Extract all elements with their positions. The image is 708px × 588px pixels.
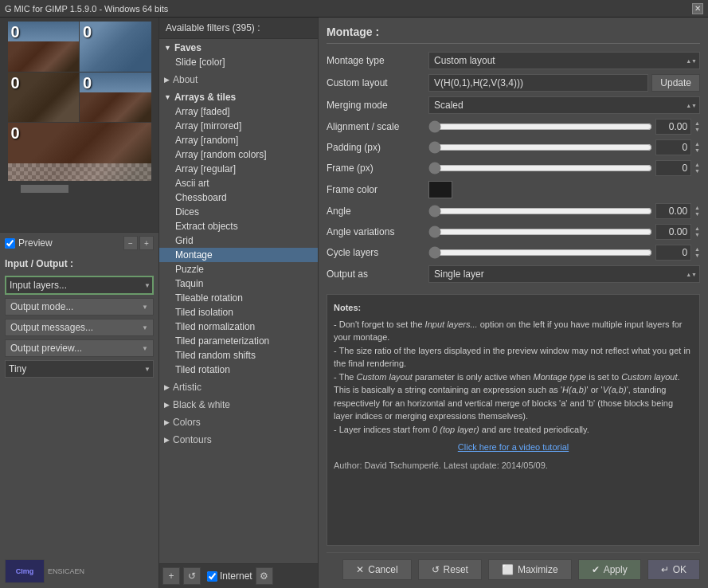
preview-cell-1: 0 xyxy=(8,22,80,72)
reset-label: Reset xyxy=(444,564,468,575)
angle-variations-value[interactable] xyxy=(655,224,691,240)
add-filter-btn[interactable]: + xyxy=(162,567,180,585)
filter-item-array-random[interactable]: Array [random] xyxy=(159,133,318,147)
reset-button[interactable]: ↺ Reset xyxy=(418,559,482,580)
preview-checkbox[interactable] xyxy=(5,238,15,249)
filter-item-array-faded[interactable]: Array [faded] xyxy=(159,104,318,119)
preview-plus-btn[interactable]: + xyxy=(139,236,154,250)
refresh-filter-btn[interactable]: ↺ xyxy=(183,567,201,585)
ok-button[interactable]: ↵ OK xyxy=(647,559,700,580)
filter-item-puzzle[interactable]: Puzzle xyxy=(159,262,318,276)
filter-item-tiled-random-shifts[interactable]: Tiled random shifts xyxy=(159,348,318,363)
angle-variations-down-arrow[interactable]: ▼ xyxy=(694,232,700,238)
output-preview-btn[interactable]: Output preview... xyxy=(5,339,154,357)
filter-item-montage[interactable]: Montage xyxy=(159,248,318,262)
preview-cell-num-1: 0 xyxy=(11,23,20,41)
contours-arrow: ▶ xyxy=(164,436,170,444)
angle-down-arrow[interactable]: ▼ xyxy=(694,211,700,218)
angle-slider[interactable] xyxy=(428,206,652,217)
settings-btn[interactable]: ⚙ xyxy=(256,567,273,585)
padding-value[interactable] xyxy=(655,139,691,155)
close-button[interactable]: ✕ xyxy=(692,3,703,14)
filter-group-arrays-header[interactable]: ▼ Arrays & tiles xyxy=(159,90,318,104)
filter-item-dices[interactable]: Dices xyxy=(159,205,318,219)
notes-text: - Don't forget to set the Input layers..… xyxy=(334,318,693,472)
frame-up-arrow[interactable]: ▲ xyxy=(694,162,700,168)
maximize-button[interactable]: ⬜ Maximize xyxy=(488,559,572,580)
input-layers-select[interactable]: Input layers... Active layer All layers xyxy=(5,276,154,295)
output-as-select[interactable]: Single layer Multiple layers xyxy=(428,265,700,283)
angle-value[interactable] xyxy=(655,203,691,219)
filter-item-array-mirrored[interactable]: Array [mirrored] xyxy=(159,119,318,133)
frame-slider[interactable] xyxy=(428,163,652,174)
internet-checkbox[interactable] xyxy=(207,571,217,582)
filter-item-array-regular[interactable]: Array [regular] xyxy=(159,162,318,176)
padding-down-arrow[interactable]: ▼ xyxy=(694,147,700,154)
filter-group-about-header[interactable]: ▶ About xyxy=(159,73,318,87)
alignment-scale-down-arrow[interactable]: ▼ xyxy=(694,127,700,133)
filter-item-ascii-art[interactable]: Ascii art xyxy=(159,176,318,190)
output-messages-btn[interactable]: Output messages... xyxy=(5,319,154,336)
cycle-layers-row: Cycle layers ▲ ▼ xyxy=(327,245,700,261)
filter-group-faves-header[interactable]: ▼ Faves xyxy=(159,41,318,55)
size-select[interactable]: Tiny Small Normal Large xyxy=(5,360,154,378)
filter-group-colors-header[interactable]: ▶ Colors xyxy=(159,415,318,429)
alignment-scale-value[interactable] xyxy=(655,119,691,135)
filter-item-tiled-isolation[interactable]: Tiled isolation xyxy=(159,305,318,319)
custom-layout-input[interactable] xyxy=(428,74,648,92)
angle-variations-up-arrow[interactable]: ▲ xyxy=(694,225,700,232)
filter-item-tiled-parameterization[interactable]: Tiled parameterization xyxy=(159,334,318,348)
output-mode-btn[interactable]: Output mode... xyxy=(5,298,154,316)
frame-down-arrow[interactable]: ▼ xyxy=(694,168,700,174)
cycle-layers-slider[interactable] xyxy=(428,247,652,258)
padding-up-arrow[interactable]: ▲ xyxy=(694,141,700,147)
frame-value[interactable] xyxy=(655,160,691,176)
filter-item-array-random-colors[interactable]: Array [random colors] xyxy=(159,147,318,162)
angle-label: Angle xyxy=(327,206,422,217)
padding-arrows: ▲ ▼ xyxy=(694,141,700,154)
cancel-button[interactable]: ✕ Cancel xyxy=(342,559,411,580)
montage-title: Montage : xyxy=(327,25,700,44)
custom-layout-input-group: Update xyxy=(428,74,700,92)
montage-type-select[interactable]: Custom layout Grid Horizontal strip Vert… xyxy=(428,52,700,69)
preview-minus-btn[interactable]: − xyxy=(123,236,138,250)
filter-item-extract-objects[interactable]: Extract objects xyxy=(159,219,318,233)
video-tutorial-link[interactable]: Click here for a video tutorial xyxy=(334,441,693,454)
bw-arrow: ▶ xyxy=(164,401,170,409)
angle-variations-slider[interactable] xyxy=(428,226,652,237)
preview-icon-group: − + xyxy=(123,236,154,250)
maximize-icon: ⬜ xyxy=(502,564,514,575)
filter-item-slide-color[interactable]: Slide [color] xyxy=(159,55,318,69)
filter-item-taquin[interactable]: Taquin xyxy=(159,276,318,291)
filter-item-tileable-rotation[interactable]: Tileable rotation xyxy=(159,291,318,305)
apply-button[interactable]: ✔ Apply xyxy=(578,559,641,580)
cancel-icon: ✕ xyxy=(356,564,364,575)
filter-group-contours-header[interactable]: ▶ Contours xyxy=(159,433,318,447)
montage-type-label: Montage type xyxy=(327,55,422,66)
angle-up-arrow[interactable]: ▲ xyxy=(694,205,700,211)
left-panel: 0 0 0 0 xyxy=(0,18,159,588)
preview-check-row: Preview − + xyxy=(0,233,158,253)
update-button[interactable]: Update xyxy=(651,74,700,92)
maximize-label: Maximize xyxy=(518,564,558,575)
preview-scrollbar[interactable] xyxy=(5,185,154,193)
cycle-layers-down-arrow[interactable]: ▼ xyxy=(694,253,700,259)
padding-row: Padding (px) ▲ ▼ xyxy=(327,139,700,155)
frame-label: Frame (px) xyxy=(327,163,422,174)
filter-item-chessboard[interactable]: Chessboard xyxy=(159,190,318,205)
padding-slider[interactable] xyxy=(428,142,652,153)
filter-group-artistic-header[interactable]: ▶ Artistic xyxy=(159,380,318,394)
filter-item-tiled-rotation[interactable]: Tiled rotation xyxy=(159,363,318,377)
preview-grid: 0 0 0 0 xyxy=(8,22,151,181)
frame-color-row: Frame color xyxy=(327,181,700,198)
output-as-row: Output as Single layer Multiple layers xyxy=(327,265,700,283)
filter-item-grid[interactable]: Grid xyxy=(159,233,318,248)
alignment-scale-up-arrow[interactable]: ▲ xyxy=(694,120,700,127)
cycle-layers-up-arrow[interactable]: ▲ xyxy=(694,246,700,253)
alignment-scale-slider[interactable] xyxy=(428,121,652,132)
cycle-layers-value[interactable] xyxy=(655,245,691,261)
merging-mode-select[interactable]: Scaled Crop Fit xyxy=(428,96,700,114)
filter-item-tiled-normalization[interactable]: Tiled normalization xyxy=(159,319,318,334)
frame-color-swatch[interactable] xyxy=(428,181,452,198)
filter-group-bw-header[interactable]: ▶ Black & white xyxy=(159,398,318,412)
